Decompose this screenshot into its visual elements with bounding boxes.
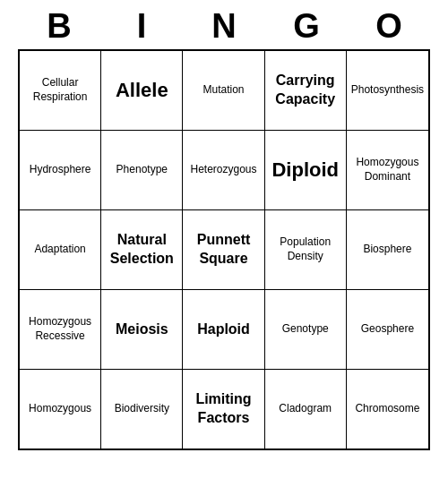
bingo-cell: Adaptation: [20, 210, 101, 289]
bingo-cell: Mutation: [183, 51, 264, 130]
bingo-cell: Phenotype: [101, 131, 183, 209]
bingo-row: Cellular RespirationAlleleMutationCarryi…: [20, 51, 428, 131]
bingo-cell: Diploid: [265, 131, 347, 209]
bingo-row: HydrospherePhenotypeHeterozygousDiploidH…: [20, 131, 428, 210]
bingo-cell: Photosynthesis: [347, 51, 428, 130]
bingo-cell: Hydrosphere: [20, 131, 101, 209]
bingo-row: HomozygousBiodiversityLimiting FactorsCl…: [20, 370, 428, 449]
bingo-letter: I: [102, 7, 181, 46]
bingo-cell: Cellular Respiration: [20, 51, 101, 130]
bingo-cell: Homozygous Recessive: [20, 290, 101, 369]
bingo-cell: Allele: [101, 51, 183, 130]
bingo-header: BINGO: [18, 0, 430, 49]
bingo-cell: Haploid: [183, 290, 264, 369]
bingo-cell: Geosphere: [347, 290, 428, 369]
bingo-cell: Genotype: [265, 290, 347, 369]
bingo-letter: O: [349, 7, 428, 46]
bingo-cell: Meiosis: [101, 290, 183, 369]
bingo-grid: Cellular RespirationAlleleMutationCarryi…: [18, 49, 430, 450]
bingo-cell: Chromosome: [347, 370, 428, 449]
bingo-letter: G: [267, 7, 346, 46]
bingo-cell: Homozygous Dominant: [347, 131, 428, 209]
bingo-cell: Population Density: [265, 210, 347, 289]
bingo-cell: Homozygous: [20, 370, 101, 449]
bingo-cell: Limiting Factors: [183, 370, 264, 449]
bingo-row: AdaptationNatural SelectionPunnett Squar…: [20, 210, 428, 290]
bingo-cell: Biodiversity: [101, 370, 183, 449]
bingo-cell: Heterozygous: [183, 131, 264, 209]
bingo-letter: B: [20, 7, 99, 46]
bingo-cell: Cladogram: [265, 370, 347, 449]
bingo-row: Homozygous RecessiveMeiosisHaploidGenoty…: [20, 290, 428, 370]
bingo-cell: Natural Selection: [101, 210, 183, 289]
bingo-cell: Biosphere: [347, 210, 428, 289]
bingo-cell: Punnett Square: [183, 210, 264, 289]
bingo-letter: N: [185, 7, 263, 46]
bingo-cell: Carrying Capacity: [265, 51, 347, 130]
